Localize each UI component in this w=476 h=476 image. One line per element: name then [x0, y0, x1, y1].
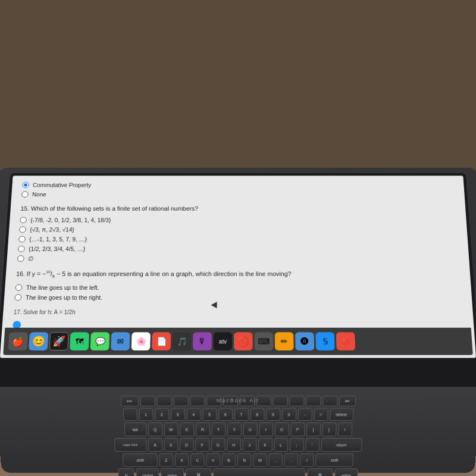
dock-maps-icon[interactable]: 🗺 [70, 332, 89, 350]
key-f11[interactable] [306, 396, 321, 406]
key-quote[interactable]: ' [305, 438, 320, 452]
key-lbracket[interactable]: [ [306, 422, 320, 436]
key-2[interactable]: 2 [155, 408, 169, 421]
dock-badge-icon[interactable]: 🔴 [336, 332, 355, 350]
key-f12[interactable] [322, 396, 337, 406]
key-del[interactable]: del [339, 396, 356, 406]
key-f[interactable]: F [195, 438, 209, 452]
dock-itunes-icon[interactable]: 🎵 [173, 332, 192, 350]
key-capslock[interactable]: caps lock [114, 438, 146, 452]
key-i[interactable]: I [259, 422, 273, 436]
key-control[interactable]: control [136, 468, 159, 476]
key-v[interactable]: V [206, 453, 220, 467]
radio-commutative[interactable] [22, 182, 29, 188]
key-x[interactable]: X [175, 453, 189, 467]
key-3[interactable]: 3 [170, 408, 184, 421]
key-p[interactable]: P [290, 422, 305, 436]
key-command-right[interactable]: ⌘ [307, 468, 333, 476]
key-f1[interactable] [140, 396, 155, 406]
key-f10[interactable] [289, 396, 304, 406]
key-g[interactable]: G [211, 438, 225, 452]
dock-pages-icon[interactable]: ✏ [275, 332, 294, 350]
key-option-left[interactable]: option [161, 468, 184, 476]
key-f9[interactable] [273, 396, 287, 406]
key-0[interactable]: 0 [282, 408, 296, 421]
key-comma[interactable]: , [268, 453, 283, 467]
radio-q15-a[interactable] [20, 217, 27, 224]
key-backtick[interactable] [123, 408, 137, 421]
key-6[interactable]: 6 [218, 408, 233, 421]
dock-blocked-icon[interactable]: 🚫 [234, 332, 253, 350]
dock-launchpad-icon[interactable]: 🚀 [49, 332, 69, 350]
dock-files-icon[interactable]: 📄 [152, 332, 171, 350]
key-shift-left[interactable]: shift [123, 453, 158, 467]
key-fn[interactable]: fn [118, 468, 134, 476]
key-equals[interactable]: = [314, 408, 328, 421]
q15-option-d[interactable]: {1/2, 2/3, 3/4, 4/5, …} [18, 246, 459, 252]
key-minus[interactable]: - [298, 408, 312, 421]
q16-option-b[interactable]: The line goes up to the right. [14, 294, 462, 300]
dock-shazam-icon[interactable]: 𝕊 [315, 332, 334, 350]
key-slash[interactable]: / [300, 453, 314, 467]
key-space[interactable] [213, 468, 305, 476]
radio-q15-e[interactable] [17, 255, 24, 262]
q15-option-b[interactable]: {√3, π, 2√3, √14} [19, 227, 457, 233]
dock-photos-icon[interactable]: 🌸 [131, 332, 151, 350]
radio-q16-b[interactable] [14, 294, 21, 300]
radio-q16-a[interactable] [15, 284, 22, 291]
key-b[interactable]: B [222, 453, 236, 467]
key-option-right[interactable]: option [334, 468, 358, 476]
key-5[interactable]: 5 [202, 408, 217, 421]
key-d[interactable]: D [179, 438, 193, 452]
key-u[interactable]: U [243, 422, 257, 436]
dock-apple-icon[interactable]: 🍎 [8, 332, 28, 350]
q15-option-a[interactable]: {-7/8, -2, 0, 1/2, 3/8, 1, 4, 18/3} [20, 217, 456, 224]
option-none[interactable]: None [21, 191, 455, 197]
q15-option-c[interactable]: {…-1, 1, 3, 5, 7, 9, …} [18, 236, 458, 243]
key-9[interactable]: 9 [266, 408, 280, 421]
key-return[interactable]: return [321, 438, 362, 452]
key-s[interactable]: S [164, 438, 178, 452]
key-4[interactable]: 4 [186, 408, 201, 421]
key-semicolon[interactable]: ; [289, 438, 303, 452]
radio-q15-b[interactable] [19, 227, 26, 233]
key-7[interactable]: 7 [234, 408, 249, 421]
key-w[interactable]: W [164, 422, 178, 436]
key-l[interactable]: L [274, 438, 288, 452]
key-backslash[interactable]: \ [337, 422, 352, 436]
q15-option-e[interactable]: ∅ [17, 255, 459, 262]
dock-appstore-icon[interactable]: 🅐 [295, 332, 314, 350]
radio-q15-c[interactable] [18, 236, 26, 243]
dock-appletv-icon[interactable]: atv [214, 332, 233, 350]
key-f4[interactable] [190, 396, 205, 406]
key-1[interactable]: 1 [139, 408, 153, 421]
key-h[interactable]: H [227, 438, 241, 452]
key-r[interactable]: R [195, 422, 209, 436]
key-f3[interactable] [173, 396, 188, 406]
key-esc[interactable]: esc [120, 396, 139, 406]
key-8[interactable]: 8 [250, 408, 264, 421]
radio-q15-d[interactable] [18, 246, 25, 252]
key-delete[interactable]: delete [330, 408, 353, 421]
key-a[interactable]: A [148, 438, 162, 452]
key-m[interactable]: M [253, 453, 267, 467]
option-commutative[interactable]: Commutative Property [22, 182, 454, 188]
dock-podcasts-icon[interactable]: 🎙 [193, 332, 212, 350]
key-n[interactable]: N [237, 453, 251, 467]
key-k[interactable]: K [258, 438, 273, 452]
key-j[interactable]: J [242, 438, 256, 452]
key-f2[interactable] [156, 396, 171, 406]
key-e[interactable]: E [180, 422, 194, 436]
key-z[interactable]: Z [159, 453, 173, 467]
dock-mail-icon[interactable]: ✉ [111, 332, 130, 350]
key-q[interactable]: Q [148, 422, 162, 436]
key-o[interactable]: O [274, 422, 289, 436]
key-y[interactable]: Y [227, 422, 242, 436]
q16-option-a[interactable]: The line goes up to the left. [15, 284, 461, 291]
key-period[interactable]: . [284, 453, 299, 467]
key-rbracket[interactable]: ] [322, 422, 336, 436]
key-t[interactable]: T [211, 422, 226, 436]
key-tab[interactable]: tab [124, 422, 146, 436]
dock-keyboard-icon[interactable]: ⌨ [254, 332, 273, 350]
key-shift-right[interactable]: shift [315, 453, 353, 467]
